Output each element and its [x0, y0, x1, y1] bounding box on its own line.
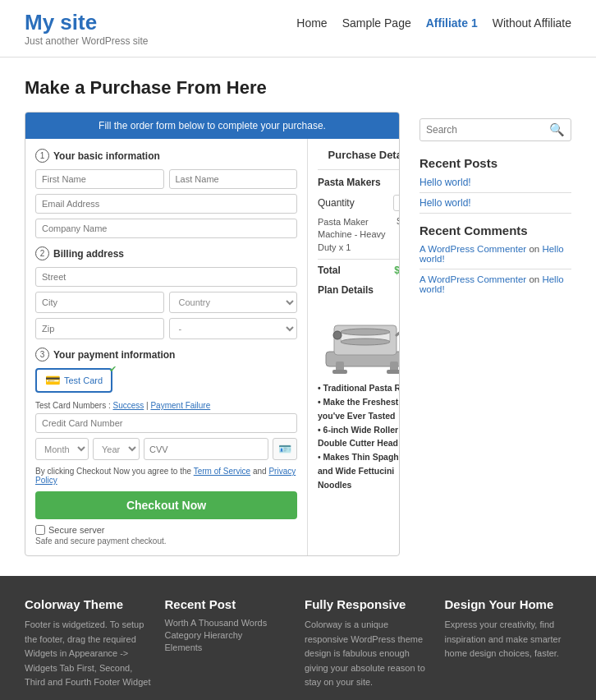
section1-label: Your basic information — [53, 150, 160, 162]
footer-dark: Colorway Theme Footer is widgetized. To … — [0, 576, 596, 700]
nav-without-affiliate[interactable]: Without Affiliate — [493, 16, 571, 30]
qty-row: Quantity 1 — [318, 195, 400, 211]
nav-sample-page[interactable]: Sample Page — [342, 16, 411, 30]
footer-col4-text: Express your creativity, find inspiratio… — [445, 618, 572, 661]
card-details-row: Month Year 🪪 — [35, 438, 297, 460]
section1-num: 1 — [35, 149, 49, 163]
city-country-row: Country — [35, 292, 297, 313]
payment-failure-link[interactable]: Payment Failure — [150, 401, 210, 410]
site-title: My site — [25, 10, 149, 35]
form-card: Fill the order form below to complete yo… — [25, 112, 400, 556]
card-icon: 💳 — [45, 373, 61, 388]
section2-label: Billing address — [53, 248, 124, 260]
feature-3: • 6-inch Wide Roller with Double Cutter … — [318, 423, 400, 451]
dash-select[interactable]: - — [169, 318, 298, 339]
footer-col-4: Design Your Home Express your creativity… — [445, 597, 572, 690]
qty-label: Quantity — [318, 197, 355, 209]
footer-col3-text: Colorway is a unique responsive WordPres… — [305, 618, 432, 690]
main-layout: Make a Purchase From Here Fill the order… — [0, 58, 596, 576]
features-list: • Traditional Pasta Roller • Make the Fr… — [318, 381, 400, 491]
svg-point-11 — [333, 331, 342, 339]
qty-input[interactable]: 1 — [393, 195, 400, 211]
svg-line-5 — [397, 319, 400, 335]
test-card-row: 💳 Test Card ✔ — [35, 368, 112, 393]
section1-title: 1 Your basic information — [35, 149, 297, 163]
test-card-numbers: Test Card Numbers : Success | Payment Fa… — [35, 401, 297, 410]
section2-num: 2 — [35, 246, 49, 260]
feature-4: • Makes Thin Spaghetti and Wide Fettucin… — [318, 450, 400, 491]
site-tagline: Just another WordPress site — [25, 35, 149, 47]
section3-title: 3 Your payment information — [35, 348, 297, 362]
site-branding: My site Just another WordPress site — [25, 10, 149, 47]
checkmark-icon: ✔ — [109, 364, 117, 375]
terms-link[interactable]: Term of Service — [194, 467, 250, 476]
plan-details-title: Plan Details — [318, 284, 400, 296]
zip-input[interactable] — [35, 318, 164, 339]
form-fields: 1 Your basic information 2 Billing addre… — [25, 139, 308, 555]
footer-post-link-3[interactable]: Elements — [165, 642, 292, 652]
main-nav: Home Sample Page Affiliate 1 Without Aff… — [296, 10, 571, 30]
cvv-input[interactable] — [144, 438, 268, 460]
secure-checkbox[interactable] — [35, 525, 45, 535]
last-name-input[interactable] — [169, 169, 298, 189]
post-link-2[interactable]: Hello world! — [419, 197, 571, 209]
form-header: Fill the order form below to complete yo… — [25, 113, 399, 139]
secure-label: Secure server — [48, 525, 104, 535]
test-card-button[interactable]: 💳 Test Card ✔ — [35, 368, 112, 393]
product-price: $59.95 — [397, 216, 400, 254]
svg-rect-9 — [332, 370, 347, 374]
footer-col-1: Colorway Theme Footer is widgetized. To … — [25, 597, 152, 690]
form-body: 1 Your basic information 2 Billing addre… — [25, 139, 399, 555]
footer-col-2: Recent Post Worth A Thousand Words Categ… — [165, 597, 292, 690]
search-input[interactable] — [420, 120, 543, 140]
commenter-1[interactable]: A WordPress Commenter — [419, 244, 526, 254]
success-link[interactable]: Success — [112, 401, 144, 410]
sidebar: 🔍 Recent Posts Hello world! Hello world!… — [419, 77, 571, 556]
product-price-row: Pasta Maker Machine - Heavy Duty x 1 $59… — [318, 216, 400, 254]
total-label: Total — [318, 265, 341, 276]
secure-tagline: Safe and secure payment checkout. — [35, 537, 297, 546]
test-card-label: Test Card — [64, 375, 103, 385]
footer-col1-text: Footer is widgetized. To setup the foote… — [25, 618, 152, 690]
section2-title: 2 Billing address — [35, 246, 297, 260]
zip-row: - — [35, 318, 297, 339]
city-input[interactable] — [35, 292, 164, 313]
search-box: 🔍 — [419, 118, 571, 141]
page-title: Make a Purchase From Here — [25, 77, 400, 99]
company-input[interactable] — [35, 219, 297, 238]
street-input[interactable] — [35, 267, 297, 287]
month-select[interactable]: Month — [35, 438, 89, 460]
product-name: Pasta Maker Machine - Heavy Duty x 1 — [318, 216, 397, 254]
footer-post-link-1[interactable]: Worth A Thousand Words — [165, 618, 292, 628]
footer-post-link-2[interactable]: Category Hierarchy — [165, 630, 292, 640]
header: My site Just another WordPress site Home… — [0, 0, 596, 58]
total-value: $59.95 — [394, 265, 400, 276]
recent-posts-title: Recent Posts — [419, 156, 571, 170]
secure-row: Secure server — [35, 525, 297, 535]
commenter-2[interactable]: A WordPress Commenter — [419, 274, 526, 284]
section3-label: Your payment information — [53, 349, 175, 361]
name-row — [35, 169, 297, 189]
svg-point-3 — [341, 329, 390, 335]
year-select[interactable]: Year — [93, 438, 140, 460]
nav-affiliate1[interactable]: Affiliate 1 — [426, 16, 478, 30]
nav-home[interactable]: Home — [296, 16, 327, 30]
footer-col4-title: Design Your Home — [445, 597, 572, 611]
comment-2: A WordPress Commenter on Hello world! — [419, 274, 571, 294]
recent-comments-title: Recent Comments — [419, 223, 571, 237]
email-input[interactable] — [35, 194, 297, 214]
purchase-details-title: Purchase Details — [318, 149, 400, 161]
first-name-input[interactable] — [35, 169, 164, 189]
post-link-1[interactable]: Hello world! — [419, 177, 571, 188]
checkout-button[interactable]: Checkout Now — [35, 491, 297, 519]
credit-card-input[interactable] — [35, 413, 297, 433]
footer-col1-title: Colorway Theme — [25, 597, 152, 611]
section3-num: 3 — [35, 348, 49, 362]
content-area: Make a Purchase From Here Fill the order… — [25, 77, 400, 556]
feature-1: • Traditional Pasta Roller — [318, 381, 400, 395]
pasta-machine-image — [318, 302, 400, 375]
country-select[interactable]: Country — [169, 292, 298, 313]
terms-row: By clicking Checkout Now you agree to th… — [35, 467, 297, 485]
footer-col3-title: Fully Responsive — [305, 597, 432, 611]
search-button[interactable]: 🔍 — [543, 119, 571, 140]
